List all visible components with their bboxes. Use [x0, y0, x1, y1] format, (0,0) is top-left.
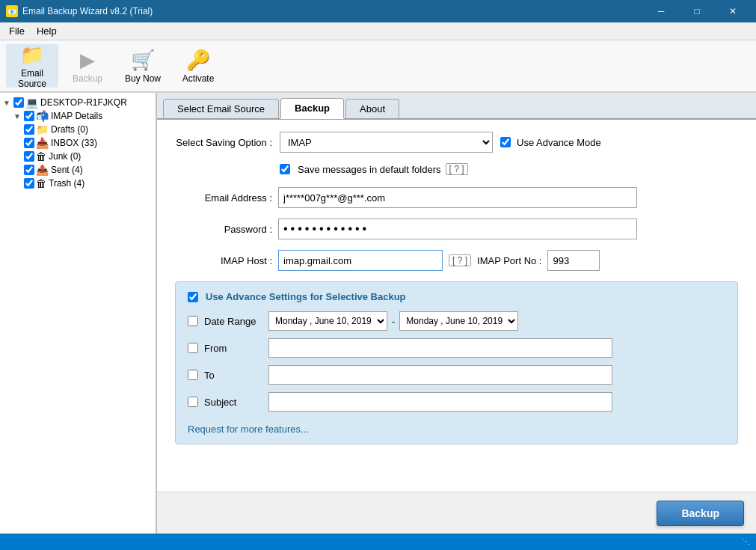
menu-bar: File Help	[0, 22, 756, 40]
advance-section-checkbox[interactable]	[188, 292, 198, 302]
toolbar-email-source[interactable]: 📁 Email Source	[6, 44, 58, 88]
email-address-label: Email Address :	[175, 192, 272, 204]
email-address-row: Email Address :	[175, 187, 738, 208]
date-from-select[interactable]: Monday , June 10, 2019	[268, 311, 387, 331]
trash-label: Trash (4)	[49, 178, 84, 189]
tab-about[interactable]: About	[345, 99, 399, 118]
sent-checkbox[interactable]	[24, 165, 34, 175]
from-checkbox[interactable]	[188, 343, 198, 353]
minimize-button[interactable]: ─	[644, 0, 678, 22]
tab-select-email-source[interactable]: Select Email Source	[163, 99, 279, 118]
junk-icon: 🗑	[36, 150, 46, 162]
tree-folder-sent[interactable]: 📤 Sent (4)	[3, 163, 153, 177]
backup-button[interactable]: Backup	[657, 501, 744, 526]
date-to-select[interactable]: Monday , June 10, 2019	[399, 311, 518, 331]
cart-icon: 🛒	[131, 49, 155, 72]
right-panel: Select Email Source Backup About Select …	[157, 93, 756, 534]
password-row: Password :	[175, 219, 738, 239]
advance-mode-label: Use Advance Mode	[517, 137, 601, 148]
saving-option-select[interactable]: IMAP POP3 Gmail Yahoo Outlook Exchange	[280, 132, 493, 153]
content-area: Select Saving Option : IMAP POP3 Gmail Y…	[157, 120, 756, 492]
toolbar-buy-now-label: Buy Now	[125, 73, 161, 84]
close-button[interactable]: ✕	[716, 0, 750, 22]
toolbar-backup-label: Backup	[73, 73, 102, 84]
trash-checkbox[interactable]	[24, 178, 34, 189]
inbox-checkbox[interactable]	[24, 138, 34, 148]
from-input[interactable]	[268, 338, 612, 358]
main-layout: ▼ 💻 DESKTOP-R1FJKQR ▼ 📬 IMAP Details 📁 D…	[0, 93, 756, 534]
maximize-button[interactable]: □	[680, 0, 714, 22]
date-range-inputs: Monday , June 10, 2019 - Monday , June 1…	[268, 311, 518, 331]
imap-expand-icon: ▼	[13, 112, 22, 120]
key-icon: 🔑	[186, 49, 210, 72]
trash-icon: 🗑	[36, 177, 46, 189]
tree-folder-inbox[interactable]: 📥 INBOX (33)	[3, 136, 153, 150]
computer-icon: 💻	[25, 97, 38, 109]
toolbar-activate-label: Activate	[182, 73, 215, 84]
menu-help[interactable]: Help	[31, 24, 63, 38]
tree-root-label: DESKTOP-R1FJKQR	[40, 97, 127, 108]
bottom-bar: Backup	[157, 492, 756, 534]
imap-host-help[interactable]: [ ? ]	[449, 254, 471, 266]
port-label: IMAP Port No :	[477, 255, 541, 266]
tree-imap[interactable]: ▼ 📬 IMAP Details	[3, 109, 153, 123]
imap-host-row: IMAP Host : [ ? ] IMAP Port No :	[175, 250, 738, 271]
request-link[interactable]: Request for more features...	[188, 424, 309, 435]
drafts-label: Drafts (0)	[51, 124, 88, 135]
from-row: From	[188, 338, 725, 358]
save-default-checkbox[interactable]	[280, 164, 290, 174]
junk-checkbox[interactable]	[24, 151, 34, 162]
advance-mode-row: Use Advance Mode	[500, 137, 601, 148]
password-input[interactable]	[278, 219, 637, 239]
saving-option-row: Select Saving Option : IMAP POP3 Gmail Y…	[175, 132, 738, 153]
to-checkbox[interactable]	[188, 370, 198, 380]
date-range-row: Date Range Monday , June 10, 2019 - Mond…	[188, 311, 725, 331]
title-bar-left: 📧 Email Backup Wizard v8.2 (Trial)	[6, 5, 153, 17]
tabs-bar: Select Email Source Backup About	[157, 93, 756, 120]
email-address-input[interactable]	[278, 187, 637, 208]
play-icon: ▶	[80, 49, 95, 72]
save-default-help[interactable]: [ ? ]	[446, 163, 468, 175]
advance-mode-checkbox[interactable]	[500, 137, 511, 147]
drafts-icon: 📁	[36, 123, 49, 135]
sent-label: Sent (4)	[51, 165, 83, 175]
title-bar-controls: ─ □ ✕	[644, 0, 750, 22]
advance-section-title-text: Use Advance Settings for Selective Backu…	[206, 291, 406, 302]
status-bar: ⋱	[0, 534, 756, 550]
toolbar-activate[interactable]: 🔑 Activate	[172, 44, 224, 88]
inbox-icon: 📥	[36, 137, 49, 149]
imap-icon: 📬	[36, 110, 49, 122]
imap-host-label: IMAP Host :	[175, 255, 272, 266]
save-default-label: Save messages in default folders	[298, 164, 441, 175]
tree-imap-checkbox[interactable]	[24, 111, 34, 121]
date-dash: -	[392, 316, 395, 327]
tree-folder-drafts[interactable]: 📁 Drafts (0)	[3, 123, 153, 136]
menu-file[interactable]: File	[3, 24, 31, 38]
tree-folder-trash[interactable]: 🗑 Trash (4)	[3, 177, 153, 190]
tree-imap-label: IMAP Details	[51, 111, 102, 121]
port-input[interactable]	[547, 250, 600, 271]
inbox-label: INBOX (33)	[51, 138, 97, 148]
drafts-checkbox[interactable]	[24, 124, 34, 135]
title-bar-title: Email Backup Wizard v8.2 (Trial)	[22, 6, 153, 16]
toolbar-backup: ▶ Backup	[61, 44, 114, 88]
sent-icon: 📤	[36, 164, 49, 176]
tree-folder-junk[interactable]: 🗑 Junk (0)	[3, 150, 153, 163]
toolbar: 📁 Email Source ▶ Backup 🛒 Buy Now 🔑 Acti…	[0, 40, 756, 93]
save-default-row: Save messages in default folders [ ? ]	[280, 163, 738, 175]
advance-section: Use Advance Settings for Selective Backu…	[175, 281, 738, 444]
subject-input[interactable]	[268, 392, 612, 412]
tree-root-checkbox[interactable]	[13, 97, 24, 108]
folder-icon: 📁	[20, 43, 44, 67]
date-range-checkbox[interactable]	[188, 316, 198, 326]
subject-row: Subject	[188, 392, 725, 412]
toolbar-buy-now[interactable]: 🛒 Buy Now	[117, 44, 169, 88]
password-label: Password :	[175, 224, 272, 235]
tab-backup[interactable]: Backup	[280, 98, 344, 119]
left-panel: ▼ 💻 DESKTOP-R1FJKQR ▼ 📬 IMAP Details 📁 D…	[0, 93, 157, 534]
imap-host-input[interactable]	[278, 250, 443, 271]
toolbar-email-source-label: Email Source	[6, 68, 58, 89]
tree-root[interactable]: ▼ 💻 DESKTOP-R1FJKQR	[3, 96, 153, 109]
subject-checkbox[interactable]	[188, 397, 198, 407]
to-input[interactable]	[268, 365, 612, 385]
